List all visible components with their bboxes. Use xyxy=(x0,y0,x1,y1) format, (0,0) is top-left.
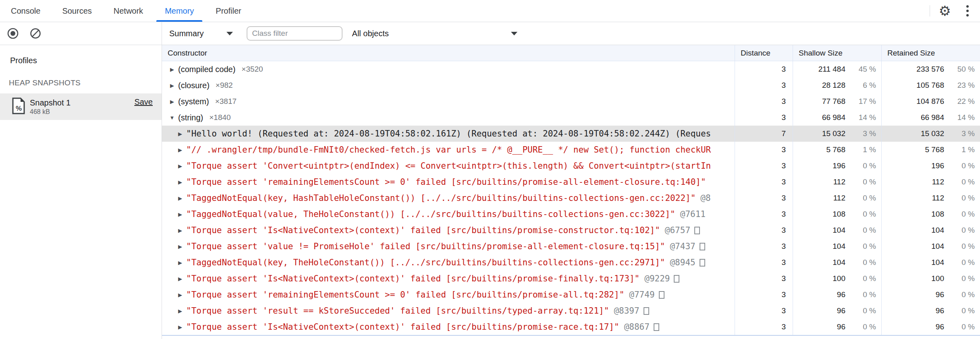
class-filter-input[interactable] xyxy=(247,26,343,41)
distance-cell: 3 xyxy=(735,271,793,287)
retained-size-percent: 50 % xyxy=(944,65,975,74)
shallow-size-percent: 0 % xyxy=(845,210,876,219)
profiles-sidebar: Profiles HEAP SNAPSHOTS % Snapshot 1 468… xyxy=(0,22,162,339)
disclosure-triangle-icon[interactable]: ▶ xyxy=(177,211,183,217)
table-row[interactable]: ▶"// .wrangler/tmp/bundle-FmNIt0/checked… xyxy=(162,142,980,158)
heap-snapshot-grid: Constructor Distance Shallow Size Retain… xyxy=(162,45,980,339)
shallow-size-value: 96 xyxy=(793,322,845,331)
shallow-size-value: 196 xyxy=(793,161,845,170)
detail-box-icon xyxy=(659,291,664,299)
distance-value: 3 xyxy=(781,194,786,203)
disclosure-triangle-icon[interactable]: ▶ xyxy=(177,195,183,201)
retained-size-percent: 0 % xyxy=(944,194,975,203)
disclosure-triangle-icon[interactable]: ▼ xyxy=(169,115,175,121)
retained-size-value: 96 xyxy=(882,306,944,315)
table-row[interactable]: ▶"Torque assert 'Is<NativeContext>(conte… xyxy=(162,222,980,238)
distance-cell: 3 xyxy=(735,61,793,77)
table-row[interactable]: ▶"Torque assert 'remainingElementsCount … xyxy=(162,287,980,303)
disclosure-triangle-icon[interactable]: ▶ xyxy=(177,276,183,282)
string-value: "Torque assert 'remainingElementsCount >… xyxy=(186,290,624,300)
disclosure-triangle-icon[interactable]: ▶ xyxy=(177,179,183,185)
retained-size-value: 104 xyxy=(882,242,944,251)
table-row[interactable]: ▶"Torque assert 'result == kStoreSuccede… xyxy=(162,303,980,319)
table-row[interactable]: ▶"TaggedNotEqual(value, TheHoleConstant(… xyxy=(162,206,980,222)
table-row[interactable]: ▶(system)×3817377 76817 %104 87622 % xyxy=(162,93,980,110)
retained-size-column-header[interactable]: Retained Size xyxy=(881,45,980,61)
table-row[interactable]: ▶"Torque assert 'value != PromiseHole' f… xyxy=(162,238,980,254)
shallow-size-percent: 17 % xyxy=(845,97,876,106)
table-row[interactable]: ▶"TaggedNotEqual(key, TheHoleConstant())… xyxy=(162,254,980,271)
distance-cell: 3 xyxy=(735,319,793,335)
heap-snapshot-view: Summary All objects Constructor Distance… xyxy=(162,22,980,339)
distance-value: 3 xyxy=(781,226,786,235)
objects-scope-select[interactable]: All objects xyxy=(352,29,521,38)
table-row[interactable]: ▶(compiled code)×35203211 48445 %233 576… xyxy=(162,61,980,77)
disclosure-triangle-icon[interactable]: ▶ xyxy=(177,227,183,234)
snapshot-info: Snapshot 1 468 kB xyxy=(30,98,71,116)
string-value: "TaggedNotEqual(key, TheHoleConstant()) … xyxy=(186,258,665,267)
disclosure-triangle-icon[interactable]: ▶ xyxy=(177,324,183,330)
shallow-size-column-header[interactable]: Shallow Size xyxy=(793,45,881,61)
sidebar-item-snapshot-1[interactable]: % Snapshot 1 468 kB Save xyxy=(0,93,162,120)
table-row[interactable]: ▶"Torque assert 'Convert<uintptr>(endInd… xyxy=(162,158,980,174)
svg-text:%: % xyxy=(16,105,22,112)
table-row[interactable]: ▶(closure)×982328 1286 %105 76823 % xyxy=(162,77,980,93)
shallow-size-cell: 1120 % xyxy=(793,190,881,206)
disclosure-triangle-icon[interactable]: ▶ xyxy=(169,66,175,72)
settings-gear-icon[interactable]: ⚙ xyxy=(939,4,951,18)
shallow-size-cell: 1960 % xyxy=(793,158,881,174)
shallow-size-percent: 14 % xyxy=(845,113,876,122)
object-id: @8945 xyxy=(670,258,695,267)
constructor-cell: ▶"Torque assert 'remainingElementsCount … xyxy=(162,287,735,303)
table-row[interactable]: ▶"TaggedNotEqual(key, HashTableHoleConst… xyxy=(162,190,980,206)
perspective-select[interactable]: Summary xyxy=(166,29,236,38)
tab-console[interactable]: Console xyxy=(0,0,51,22)
object-id: @7749 xyxy=(629,290,654,300)
retained-size-cell: 1120 % xyxy=(881,174,980,190)
shallow-size-cell: 1120 % xyxy=(793,174,881,190)
constructor-cell: ▶"TaggedNotEqual(value, TheHoleConstant(… xyxy=(162,206,735,222)
table-row[interactable]: ▶"Torque assert 'Is<NativeContext>(conte… xyxy=(162,319,980,335)
table-row[interactable]: ▶"Torque assert 'Is<NativeContext>(conte… xyxy=(162,271,980,287)
save-snapshot-link[interactable]: Save xyxy=(134,97,153,107)
disclosure-triangle-icon[interactable]: ▶ xyxy=(177,131,183,137)
table-row[interactable]: ▶"Torque assert 'remainingElementsCount … xyxy=(162,174,980,190)
tab-network[interactable]: Network xyxy=(103,0,154,22)
record-heap-snapshot-icon[interactable] xyxy=(6,27,19,40)
distance-column-header[interactable]: Distance xyxy=(735,45,793,61)
tab-memory[interactable]: Memory xyxy=(154,0,205,22)
shallow-size-percent: 0 % xyxy=(845,226,876,235)
tab-sources[interactable]: Sources xyxy=(51,0,102,22)
retained-size-cell: 960 % xyxy=(881,319,980,335)
constructor-cell: ▶"TaggedNotEqual(key, TheHoleConstant())… xyxy=(162,254,735,271)
shallow-size-percent: 0 % xyxy=(845,161,876,170)
distance-cell: 7 xyxy=(735,126,793,142)
tab-profiler[interactable]: Profiler xyxy=(205,0,252,22)
disclosure-triangle-icon[interactable]: ▶ xyxy=(177,163,183,169)
constructor-column-header[interactable]: Constructor xyxy=(162,45,735,61)
table-row[interactable]: ▼(string)×1840366 98414 %66 98414 % xyxy=(162,110,980,126)
disclosure-triangle-icon[interactable]: ▶ xyxy=(169,83,175,89)
disclosure-triangle-icon[interactable]: ▶ xyxy=(169,99,175,105)
disclosure-triangle-icon[interactable]: ▶ xyxy=(177,308,183,314)
constructor-cell: ▶"Torque assert 'Is<NativeContext>(conte… xyxy=(162,222,735,238)
shallow-size-cell: 1040 % xyxy=(793,238,881,254)
distance-value: 3 xyxy=(781,274,786,283)
clear-profiles-icon[interactable] xyxy=(29,27,42,40)
distance-value: 3 xyxy=(781,161,786,170)
retained-size-value: 112 xyxy=(882,194,944,203)
distance-value: 3 xyxy=(781,258,786,267)
retained-size-cell: 104 87622 % xyxy=(881,93,980,110)
disclosure-triangle-icon[interactable]: ▶ xyxy=(177,292,183,298)
constructor-name: (string) xyxy=(178,113,203,122)
shallow-size-value: 5 768 xyxy=(793,145,845,154)
distance-cell: 3 xyxy=(735,190,793,206)
table-row[interactable]: ▶"Hello world! (Requested at: 2024-08-19… xyxy=(162,126,980,142)
disclosure-triangle-icon[interactable]: ▶ xyxy=(177,147,183,153)
object-id: @6757 xyxy=(665,225,690,235)
retained-size-percent: 0 % xyxy=(944,290,975,299)
more-options-kebab-icon[interactable] xyxy=(962,3,973,19)
disclosure-triangle-icon[interactable]: ▶ xyxy=(177,244,183,250)
disclosure-triangle-icon[interactable]: ▶ xyxy=(177,260,183,266)
chevron-down-icon xyxy=(226,32,233,35)
